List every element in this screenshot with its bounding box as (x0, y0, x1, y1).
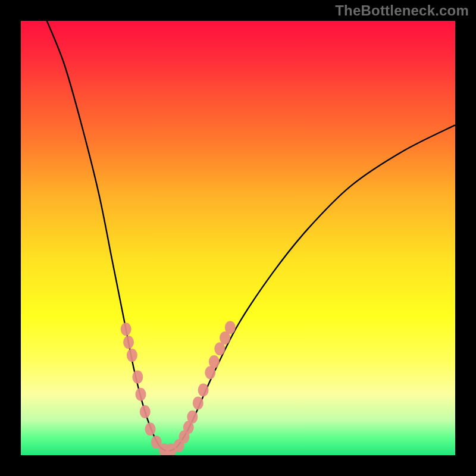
data-marker (140, 405, 151, 418)
markers-left-group (121, 322, 177, 455)
data-marker (121, 322, 131, 336)
plot-area (21, 21, 455, 455)
data-marker (193, 396, 203, 409)
bottleneck-curve (47, 21, 455, 451)
watermark-text: TheBottleneck.com (335, 2, 469, 19)
data-marker (127, 349, 137, 362)
markers-right-group (174, 321, 236, 452)
data-marker (187, 411, 198, 424)
chart-svg (21, 21, 455, 455)
data-marker (145, 422, 156, 436)
data-marker (198, 384, 209, 397)
data-marker (135, 388, 146, 401)
data-marker (225, 321, 236, 334)
data-marker (123, 336, 134, 349)
data-marker (209, 355, 220, 368)
data-marker (132, 371, 143, 384)
chart-frame: TheBottleneck.com (0, 0, 476, 476)
